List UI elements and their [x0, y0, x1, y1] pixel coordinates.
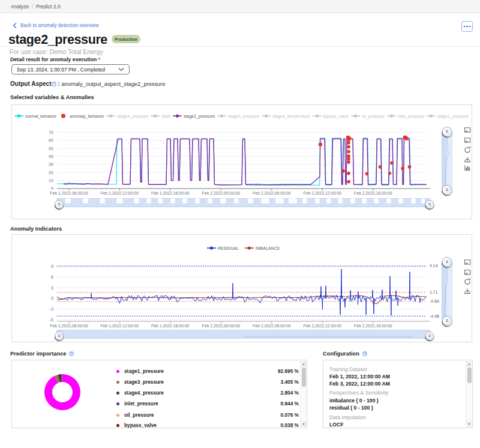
svg-text:?: ?	[53, 82, 55, 86]
svg-text:?: ?	[364, 352, 366, 356]
svg-text:?: ?	[70, 352, 73, 356]
